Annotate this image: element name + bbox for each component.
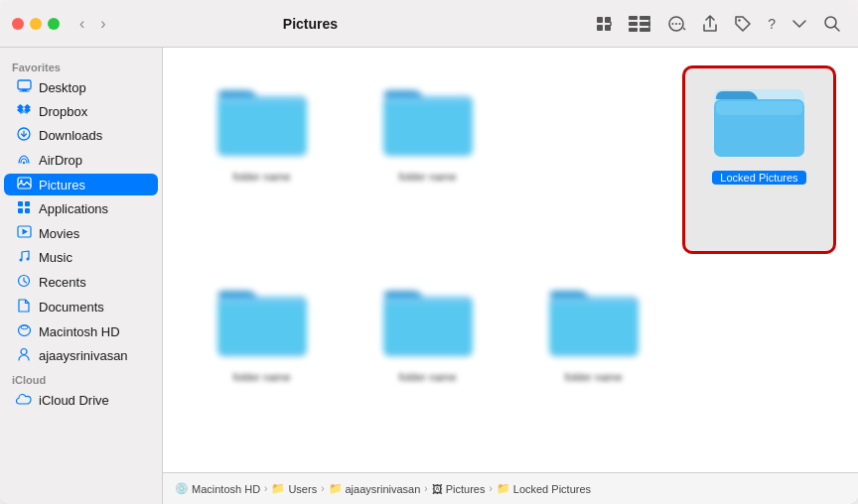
folder-icon-4 [213, 276, 312, 365]
svg-point-28 [20, 259, 23, 262]
svg-rect-1 [605, 17, 611, 23]
sidebar-label-downloads: Downloads [39, 128, 102, 143]
sidebar-item-icloud-drive[interactable]: iCloud Drive [4, 389, 158, 411]
svg-point-21 [20, 180, 22, 182]
breadcrumb-locked-pictures[interactable]: 📁 Locked Pictures [497, 482, 591, 495]
locked-pictures-bc-label: Locked Pictures [513, 483, 591, 495]
folder-name-6: folder name [564, 371, 622, 383]
svg-rect-4 [629, 16, 638, 20]
sidebar-item-airdrop[interactable]: AirDrop [4, 149, 158, 172]
svg-point-33 [21, 349, 27, 355]
icloud-drive-icon [16, 392, 32, 408]
sidebar-item-dropbox[interactable]: Dropbox [4, 100, 158, 122]
desktop-icon [16, 79, 32, 95]
applications-icon [16, 200, 32, 217]
folder-item-1[interactable]: folder name [187, 67, 337, 252]
svg-rect-2 [597, 25, 603, 31]
folder-name-2: folder name [398, 171, 456, 183]
sidebar-item-macintosh-hd[interactable]: Macintosh HD [4, 320, 158, 342]
documents-icon [16, 299, 32, 315]
folder-icon-2 [378, 75, 478, 165]
sidebar-item-music[interactable]: Music [4, 246, 158, 269]
folder-item-4[interactable]: folder name [187, 268, 337, 452]
statusbar: 💿 Macintosh HD › 📁 Users › 📁 ajaaysriniv… [163, 472, 858, 504]
downloads-icon [16, 127, 32, 144]
sidebar-label-icloud-drive: iCloud Drive [39, 393, 109, 408]
file-grid: folder name folder name [163, 48, 858, 472]
movies-icon [16, 225, 32, 241]
svg-rect-51 [549, 303, 639, 354]
sidebar-item-downloads[interactable]: Downloads [4, 124, 158, 147]
svg-rect-3 [605, 25, 611, 31]
help-button[interactable]: ? [763, 13, 781, 35]
svg-point-12 [675, 23, 677, 25]
svg-rect-39 [383, 102, 473, 154]
tag-button[interactable] [729, 12, 757, 36]
sidebar-item-movies[interactable]: Movies [4, 222, 158, 244]
sidebar: Favorites Desktop [0, 48, 163, 504]
svg-rect-23 [25, 201, 30, 206]
icloud-label: iCloud [0, 368, 162, 388]
sidebar-label-applications: Applications [39, 201, 108, 216]
locked-pictures-bc-icon: 📁 [497, 482, 510, 495]
airdrop-icon [16, 152, 32, 169]
svg-point-14 [739, 19, 741, 21]
macintosh-hd-icon [16, 323, 32, 339]
breadcrumb-users[interactable]: 📁 Users [271, 482, 317, 495]
svg-point-32 [21, 325, 28, 329]
folder-item-5[interactable]: folder name [353, 268, 502, 452]
window-title: Pictures [39, 16, 583, 32]
folder-icon-5 [378, 276, 478, 365]
sidebar-item-applications[interactable]: Applications [4, 197, 158, 220]
folder-item-locked-pictures[interactable]: Locked Pictures [684, 67, 834, 252]
sidebar-item-recents[interactable]: Recents [4, 271, 158, 294]
user-bc-icon: 📁 [329, 482, 343, 495]
breadcrumb-pictures[interactable]: 🖼 Pictures [432, 483, 486, 495]
svg-point-29 [27, 258, 30, 261]
sidebar-label-pictures: Pictures [39, 178, 85, 192]
svg-rect-5 [640, 16, 650, 20]
sidebar-item-desktop[interactable]: Desktop [4, 76, 158, 98]
svg-point-13 [679, 23, 681, 25]
folder-name-1: folder name [232, 171, 290, 183]
sidebar-label-desktop: Desktop [39, 80, 86, 95]
folder-name-4: folder name [232, 371, 290, 383]
folder-name-5: folder name [398, 371, 456, 383]
sidebar-item-user[interactable]: ajaaysrinivasan [4, 344, 158, 367]
finder-window: ‹ › Pictures [0, 0, 858, 504]
close-button[interactable] [12, 18, 24, 30]
view-grid-button[interactable] [590, 12, 618, 36]
search-button[interactable] [818, 12, 846, 36]
action-button[interactable] [661, 12, 691, 36]
svg-rect-45 [217, 303, 307, 354]
sidebar-label-movies: Movies [39, 226, 79, 241]
svg-point-19 [23, 162, 25, 164]
recents-icon [16, 274, 32, 291]
sidebar-item-pictures[interactable]: Pictures [4, 174, 158, 195]
svg-rect-22 [18, 201, 23, 206]
folder-item-6[interactable]: folder name [518, 268, 668, 452]
pictures-bc-icon: 🖼 [432, 483, 443, 495]
macintosh-hd-bc-icon: 💿 [175, 482, 189, 495]
main-layout: Favorites Desktop [0, 48, 858, 504]
pictures-bc-label: Pictures [446, 483, 486, 495]
svg-rect-0 [597, 17, 603, 23]
user-icon [16, 347, 32, 364]
sidebar-label-documents: Documents [39, 300, 104, 315]
svg-rect-36 [217, 102, 307, 154]
svg-rect-48 [383, 303, 473, 354]
breadcrumb-user[interactable]: 📁 ajaaysrinivasan [329, 482, 421, 495]
bc-arrow-1: › [264, 483, 267, 494]
sidebar-item-documents[interactable]: Documents [4, 296, 158, 318]
view-list-button[interactable] [624, 13, 655, 35]
svg-rect-16 [18, 80, 31, 89]
folder-item-2[interactable]: folder name [353, 67, 502, 252]
breadcrumb-macintosh-hd[interactable]: 💿 Macintosh HD [175, 482, 260, 495]
folder-icon-6 [544, 276, 644, 365]
svg-rect-6 [629, 22, 638, 26]
toolbar-right: ? [590, 12, 846, 36]
bc-arrow-4: › [489, 483, 492, 494]
share-button[interactable] [697, 12, 723, 36]
more-button[interactable] [786, 14, 812, 34]
titlebar: ‹ › Pictures [0, 0, 858, 48]
